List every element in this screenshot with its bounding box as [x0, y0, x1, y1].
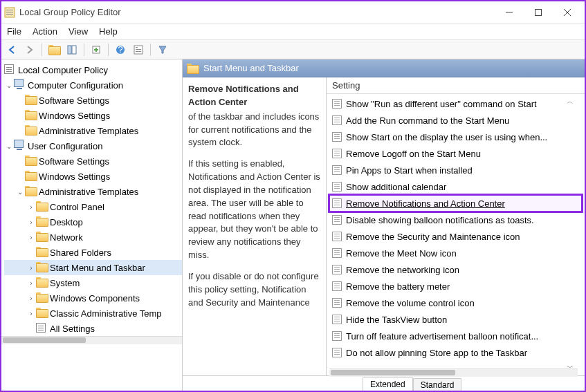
- tree-node[interactable]: Software Settings: [4, 153, 182, 169]
- setting-icon: [332, 281, 342, 291]
- setting-row[interactable]: Hide the TaskView button: [329, 311, 582, 328]
- setting-row[interactable]: Show "Run as different user" command on …: [329, 95, 582, 112]
- description-text: If you disable or do not configure this …: [188, 270, 320, 310]
- setting-row[interactable]: Remove Logoff on the Start Menu: [329, 145, 582, 162]
- setting-icon: [332, 132, 342, 142]
- tree-node[interactable]: ›Control Panel: [4, 199, 182, 214]
- tab-standard[interactable]: Standard: [413, 378, 462, 391]
- setting-label: Remove the networking icon: [346, 265, 459, 275]
- minimize-button[interactable]: [495, 3, 524, 22]
- tree-node-label: Desktop: [50, 217, 83, 227]
- tree-node-label: Windows Components: [50, 293, 140, 304]
- folder-icon: [25, 156, 36, 167]
- tree-node[interactable]: Windows Settings: [4, 108, 182, 123]
- tree-node[interactable]: Software Settings: [4, 93, 182, 108]
- tree-node[interactable]: All Settings: [4, 321, 182, 336]
- menu-file[interactable]: File: [7, 26, 21, 37]
- expand-icon[interactable]: ›: [26, 263, 36, 272]
- collapse-icon[interactable]: ⌄: [4, 80, 14, 90]
- scrollbar-thumb[interactable]: [331, 370, 455, 375]
- expand-icon[interactable]: ›: [26, 232, 36, 242]
- collapse-icon[interactable]: ⌄: [4, 141, 14, 151]
- setting-icon: [332, 165, 342, 175]
- tree-h-scrollbar[interactable]: [1, 336, 182, 344]
- tree-node[interactable]: ⌄Computer Configuration: [4, 77, 182, 93]
- setting-row[interactable]: Do not allow pinning Store app to the Ta…: [329, 344, 582, 361]
- column-header-setting[interactable]: Setting: [327, 77, 585, 94]
- tree-node[interactable]: ›Start Menu and Taskbar: [4, 260, 182, 275]
- setting-row[interactable]: Remove the Meet Now icon: [329, 245, 582, 261]
- setting-row[interactable]: Turn off feature advertisement balloon n…: [329, 328, 582, 344]
- show-hide-tree-button[interactable]: [64, 42, 80, 57]
- expand-icon[interactable]: ›: [26, 217, 36, 227]
- setting-icon: [332, 265, 342, 274]
- tree-root[interactable]: Local Computer Policy: [4, 62, 182, 77]
- folder-icon: [25, 95, 36, 106]
- back-button[interactable]: [4, 42, 19, 57]
- setting-row[interactable]: Remove the networking icon: [329, 261, 582, 278]
- svg-rect-14: [136, 47, 138, 48]
- setting-label: Show "Run as different user" command on …: [346, 99, 537, 109]
- tree-node[interactable]: Shared Folders: [4, 245, 182, 260]
- details-header: Start Menu and Taskbar: [183, 59, 585, 77]
- tab-extended[interactable]: Extended: [363, 377, 413, 391]
- tree-node-label: All Settings: [50, 324, 95, 334]
- titlebar: Local Group Policy Editor: [1, 1, 585, 24]
- details-header-title: Start Menu and Taskbar: [203, 63, 299, 73]
- expand-icon[interactable]: ›: [26, 278, 36, 288]
- svg-rect-5: [535, 9, 542, 15]
- maximize-button[interactable]: [524, 3, 553, 22]
- folder-icon: [187, 64, 198, 73]
- tree-node[interactable]: ›System: [4, 275, 182, 290]
- tree-node[interactable]: ›Network: [4, 230, 182, 245]
- setting-row[interactable]: Remove Notifications and Action Center: [329, 195, 582, 212]
- help-button[interactable]: ?: [113, 42, 128, 57]
- folder-icon: [36, 292, 47, 304]
- scrollbar-thumb[interactable]: [3, 337, 86, 343]
- settings-list-pane: Setting Show "Run as different user" com…: [327, 77, 585, 375]
- tree-node-label: Network: [50, 232, 83, 243]
- tree-node[interactable]: ›Desktop: [4, 214, 182, 230]
- details-body: Remove Notifications and Action Center o…: [183, 77, 585, 375]
- menu-view[interactable]: View: [68, 26, 88, 37]
- setting-label: Turn off feature advertisement balloon n…: [346, 331, 538, 342]
- expand-icon[interactable]: ›: [26, 293, 36, 303]
- folder-icon: [25, 110, 36, 121]
- tree-node[interactable]: ⌄User Configuration: [4, 138, 182, 153]
- scroll-up-icon[interactable]: ︿: [567, 97, 576, 106]
- setting-row[interactable]: Remove the volume control icon: [329, 295, 582, 311]
- setting-row[interactable]: Show Start on the display the user is us…: [329, 129, 582, 145]
- setting-label: Add the Run command to the Start Menu: [346, 115, 509, 126]
- tree-node[interactable]: ›Classic Administrative Temp: [4, 306, 182, 321]
- setting-row[interactable]: Remove the Security and Maintenance icon: [329, 228, 582, 245]
- list-h-scrollbar[interactable]: [329, 368, 578, 377]
- tree-node-label: Control Panel: [50, 202, 104, 212]
- collapse-icon[interactable]: ⌄: [15, 187, 25, 196]
- setting-row[interactable]: Pin Apps to Start when installed: [329, 162, 582, 178]
- setting-row[interactable]: Disable showing balloon notifications as…: [329, 212, 582, 228]
- tree-node[interactable]: ⌄Administrative Templates: [4, 184, 182, 199]
- tree-pane[interactable]: Local Computer Policy⌄Computer Configura…: [1, 59, 183, 391]
- filter-button[interactable]: [155, 42, 170, 57]
- setting-row[interactable]: Show additional calendar: [329, 178, 582, 195]
- menu-action[interactable]: Action: [33, 26, 57, 37]
- tree-node[interactable]: Administrative Templates: [4, 123, 182, 138]
- settings-list[interactable]: Show "Run as different user" command on …: [327, 94, 585, 375]
- forward-button[interactable]: [22, 42, 37, 57]
- tree-node-label: Software Settings: [39, 156, 109, 167]
- expand-icon[interactable]: ›: [26, 202, 36, 212]
- folder-icon: [25, 171, 36, 182]
- expand-icon[interactable]: ›: [26, 308, 36, 318]
- properties-button[interactable]: [131, 42, 146, 57]
- setting-row[interactable]: Remove the battery meter: [329, 278, 582, 295]
- tree-node[interactable]: Windows Settings: [4, 169, 182, 184]
- menu-help[interactable]: Help: [99, 26, 118, 37]
- tree-node[interactable]: ›Windows Components: [4, 290, 182, 306]
- setting-icon: [332, 182, 342, 192]
- tree: Local Computer Policy⌄Computer Configura…: [1, 62, 182, 336]
- setting-row[interactable]: Add the Run command to the Start Menu: [329, 112, 582, 129]
- computer-icon: [14, 80, 25, 91]
- close-button[interactable]: [553, 3, 582, 22]
- up-button[interactable]: [46, 42, 62, 57]
- export-button[interactable]: [89, 42, 104, 57]
